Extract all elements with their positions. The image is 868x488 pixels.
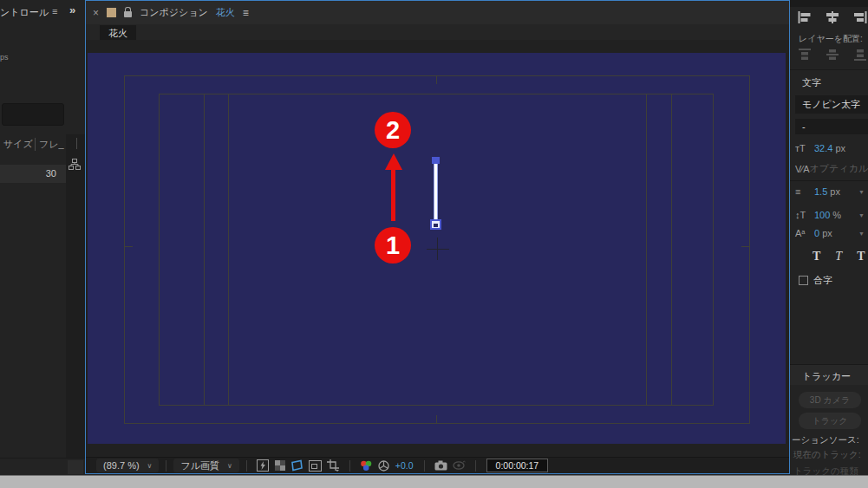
center-tick-left [124,246,133,247]
mask-visibility-icon[interactable] [290,459,303,472]
kerning-icon: V⁄A [795,164,810,174]
faux-italic-button[interactable]: T [835,250,842,264]
font-size-row: ᴛT 32.4 px [795,143,868,153]
chevron-down-icon[interactable]: ▼ [858,212,865,218]
character-panel-header: 文字 [802,76,821,89]
magnification-dropdown[interactable]: (89.7 %) ∨ [96,459,159,472]
right-panel: レイヤーを配置: [790,0,868,475]
baseline-shift-icon: Aᵃ [795,228,814,238]
take-snapshot-icon[interactable] [434,459,447,472]
track-motion-button[interactable]: トラック [799,413,861,429]
chevron-down-icon[interactable]: ▼ [858,231,865,237]
resolution-dropdown[interactable]: フル画質 ∨ [173,459,238,472]
leading-unit: px [830,186,840,197]
distribute-vertical-center-icon[interactable] [826,49,839,64]
panel-menu-icon[interactable]: ≡ [52,6,57,16]
chevron-down-icon: ∨ [147,462,153,470]
align-right-icon[interactable] [853,11,867,27]
text-cursor-top-handle[interactable] [432,157,440,164]
center-cut-guide [646,94,647,406]
composition-tab-row: 花火 [86,24,789,40]
all-caps-button[interactable]: T [857,250,865,264]
vertical-scale-value[interactable]: 100 [814,210,830,220]
ligature-row: 合字 [799,274,832,287]
composition-viewport: 2 1 [86,40,789,457]
font-family-dropdown[interactable]: モノピン太字 [795,95,868,114]
column-size[interactable]: サイズ [0,138,35,151]
center-crosshair-icon [437,237,438,260]
grid-guide-options-icon[interactable] [327,459,340,472]
align-buttons-row [798,11,867,27]
vertical-scale-icon: ↕T [795,210,814,220]
center-crosshair-icon [427,249,449,250]
font-style-dropdown[interactable]: - [795,119,868,134]
tab-effect-controls[interactable]: ントロール [0,6,49,19]
ligature-label: 合字 [813,274,832,287]
leading-value[interactable]: 1.5 [814,186,827,197]
panel-tab-strip [790,0,868,7]
annotation-arrow-icon [385,153,402,170]
expand-chevron-icon[interactable]: » [69,3,75,16]
preview-timecode[interactable]: 0:00:00:17 [486,459,549,472]
after-effects-window: ントロール ≡ » ps サイズ フレ_ 30 × コンポジション [0,0,868,488]
chevron-down-icon[interactable]: ▼ [858,189,865,195]
center-cut-guide [671,94,672,406]
font-size-unit: px [835,143,845,153]
center-cut-guide [204,94,205,406]
title-safe-guide [159,94,714,406]
panel-menu-icon[interactable]: ≡ [243,7,249,19]
scrollbar-corner [68,460,83,474]
align-left-icon[interactable] [798,11,812,27]
search-input[interactable] [2,103,64,126]
distribute-top-icon[interactable] [798,49,812,64]
column-divider [76,138,77,149]
annotation-arrow-shaft [391,170,395,221]
composition-panel: × コンポジション 花火 ≡ 花火 [85,0,790,474]
composition-panel-header: × コンポジション 花火 ≡ [86,1,789,24]
tracker-panel-header: トラッカー [790,364,868,385]
leading-icon: ≡ [795,186,814,197]
ligature-checkbox[interactable] [799,276,808,285]
close-icon[interactable]: × [93,7,99,19]
panel-drag-swatch-icon[interactable] [107,8,116,17]
table-row[interactable]: 30 [0,165,66,183]
text-cursor-beam[interactable] [434,164,438,220]
faux-style-row: T T T [813,250,868,264]
left-panel: ントロール ≡ » ps サイズ フレ_ 30 [0,0,85,475]
lock-icon[interactable] [124,11,132,17]
align-center-horizontal-icon[interactable] [826,11,839,27]
baseline-shift-value[interactable]: 0 [814,228,819,238]
show-snapshot-icon[interactable] [453,459,466,472]
vertical-scale-row: ↕T 100 % ▼ [795,210,868,220]
column-framerate[interactable]: フレ_ [35,138,66,151]
fast-previews-icon[interactable] [257,459,270,472]
kerning-value[interactable]: オプティカル [810,162,868,175]
annotation-step-2: 2 [375,112,411,148]
exposure-value[interactable]: +0.0 [395,460,414,471]
align-layers-label: レイヤーを配置: [799,33,863,45]
track-3d-camera-button[interactable]: 3D カメラ [799,392,861,408]
region-of-interest-icon[interactable] [309,459,322,472]
divider [790,69,868,70]
divider [790,180,868,181]
divider [0,458,85,459]
font-size-icon: ᴛT [795,143,814,153]
show-channel-rgb-icon[interactable] [360,459,373,472]
panel-title: コンポジション [140,6,208,19]
vertical-scale-unit: % [832,210,841,220]
composition-canvas[interactable]: 2 1 [88,53,786,444]
center-cut-guide [228,94,229,406]
text-cursor-anchor-handle[interactable] [430,219,441,230]
flowchart-icon[interactable] [69,158,81,173]
transparency-grid-icon[interactable] [275,459,285,472]
reset-exposure-icon[interactable] [378,459,389,472]
faux-bold-button[interactable]: T [813,250,820,264]
font-size-value[interactable]: 32.4 [814,143,832,153]
current-track-label: 現在のトラック: [793,449,861,461]
distribute-bottom-icon[interactable] [853,49,867,64]
baseline-shift-row: Aᵃ 0 px ▼ [795,228,868,238]
chevron-down-icon: ∨ [227,462,232,470]
center-tick-right [741,246,750,247]
kerning-row: V⁄A オプティカル [795,162,868,175]
center-tick-top [436,75,437,84]
